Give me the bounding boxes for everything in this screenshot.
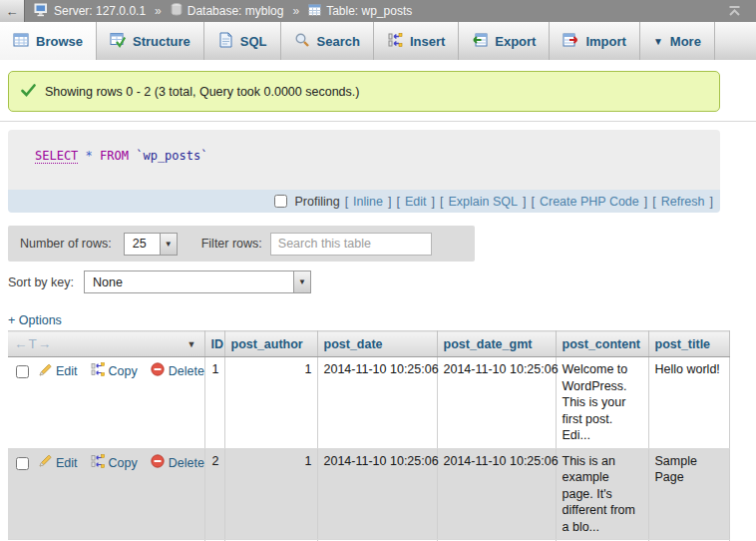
pencil-icon <box>39 363 52 381</box>
options-toggle-link[interactable]: + Options <box>8 313 62 327</box>
sql-keyword-from: FROM <box>100 149 129 163</box>
structure-icon <box>110 32 126 51</box>
sql-query-box: SELECT * FROM `wp_posts` Profiling [ Inl… <box>8 130 720 213</box>
table-header-row: ←T→ ▼ ID post_author post_date post_date… <box>8 331 729 357</box>
edit-row-link[interactable]: Edit <box>39 363 78 381</box>
tab-import[interactable]: Import <box>550 22 639 60</box>
table-row: Edit Copy Delete 1 1 2014-11-10 10:25:06… <box>8 357 729 449</box>
tab-label: Insert <box>410 34 445 49</box>
inline-link[interactable]: Inline <box>353 195 383 209</box>
cell-post-date-gmt: 2014-11-10 10:25:06 <box>437 448 556 540</box>
sort-row: Sort by key: None ▼ <box>8 270 311 293</box>
breadcrumb-separator: » <box>292 4 299 18</box>
tab-label: Structure <box>133 34 190 49</box>
delete-row-link[interactable]: Delete <box>151 454 204 473</box>
tab-label: SQL <box>240 34 267 49</box>
actions-header: ←T→ ▼ <box>8 331 204 357</box>
rows-per-page-select[interactable]: 25 ▼ <box>124 233 178 256</box>
edit-row-link[interactable]: Edit <box>39 454 78 472</box>
copy-icon <box>91 454 105 473</box>
row-checkbox[interactable] <box>16 457 29 470</box>
sort-by-key-select[interactable]: None ▼ <box>84 270 311 293</box>
cell-post-content: This is an example page. It's different … <box>556 448 648 540</box>
filter-rows-label: Filter rows: <box>201 237 262 251</box>
filter-search-input[interactable] <box>270 233 432 256</box>
chevron-down-icon: ▼ <box>160 234 177 255</box>
profiling-checkbox[interactable] <box>274 195 287 208</box>
table-icon <box>308 4 321 19</box>
column-reorder-icon[interactable]: ←T→ <box>14 336 52 351</box>
column-header-post-date[interactable]: post_date <box>317 331 437 357</box>
chevron-down-icon: ▼ <box>293 271 310 292</box>
tab-label: Export <box>495 34 536 49</box>
database-icon <box>171 3 183 19</box>
tab-label: Search <box>317 34 360 49</box>
status-message: Showing rows 0 - 2 (3 total, Query took … <box>8 71 720 112</box>
copy-row-link[interactable]: Copy <box>91 362 138 381</box>
tab-sql[interactable]: SQL <box>204 22 281 60</box>
breadcrumb-table[interactable]: Table: wp_posts <box>326 4 412 18</box>
pencil-icon <box>39 454 52 472</box>
create-php-code-link[interactable]: Create PHP Code <box>540 195 639 209</box>
sort-descending-icon[interactable]: ▼ <box>188 339 196 349</box>
tab-export[interactable]: Export <box>459 22 550 60</box>
tab-label: Import <box>585 34 625 49</box>
rows-control-bar: Number of rows: 25 ▼ Filter rows: <box>8 226 475 262</box>
cell-post-title: Hello world! <box>648 357 729 449</box>
tab-structure[interactable]: Structure <box>97 22 204 60</box>
table-row: Edit Copy Delete 2 1 2014-11-10 10:25:06… <box>8 448 729 540</box>
tab-bar: Browse Structure SQL Search Insert <box>0 22 756 60</box>
results-table: ←T→ ▼ ID post_author post_date post_date… <box>8 330 730 541</box>
column-header-id[interactable]: ID <box>204 331 224 357</box>
search-icon <box>294 32 310 51</box>
cell-post-content: Welcome to WordPress. This is your first… <box>556 357 648 449</box>
edit-query-link[interactable]: Edit <box>405 195 427 209</box>
tab-search[interactable]: Search <box>281 22 374 60</box>
delete-row-link[interactable]: Delete <box>151 362 204 381</box>
tab-label: Browse <box>36 34 83 49</box>
collapse-panel-icon[interactable] <box>727 5 742 17</box>
refresh-link[interactable]: Refresh <box>661 195 705 209</box>
row-actions: Edit Copy Delete <box>8 357 204 449</box>
rows-per-page-value: 25 <box>125 234 160 255</box>
tab-browse[interactable]: Browse <box>0 22 97 60</box>
explain-sql-link[interactable]: Explain SQL <box>448 195 517 209</box>
tab-label: More <box>670 34 701 49</box>
cell-post-date-gmt: 2014-11-10 10:25:06 <box>437 357 556 449</box>
copy-row-link[interactable]: Copy <box>91 454 138 473</box>
status-message-text: Showing rows 0 - 2 (3 total, Query took … <box>45 85 359 99</box>
row-checkbox[interactable] <box>16 365 29 378</box>
breadcrumb: Server: 127.0.0.1 » Database: myblog » T… <box>34 3 412 20</box>
sql-query[interactable]: SELECT * FROM `wp_posts` <box>8 130 720 190</box>
sql-icon <box>217 32 233 51</box>
breadcrumb-server[interactable]: Server: 127.0.0.1 <box>54 4 146 18</box>
column-header-post-date-gmt[interactable]: post_date_gmt <box>437 331 556 357</box>
back-button[interactable]: ← <box>0 0 25 22</box>
tab-more[interactable]: ▼ More <box>640 22 715 60</box>
sort-by-key-value: None <box>85 271 293 292</box>
cell-id: 2 <box>204 448 224 540</box>
row-actions: Edit Copy Delete <box>8 448 204 540</box>
sql-star: * <box>86 149 100 163</box>
column-header-post-content[interactable]: post_content <box>556 331 648 357</box>
copy-icon <box>91 362 105 381</box>
browse-icon <box>13 32 29 51</box>
delete-icon <box>151 454 165 473</box>
tab-insert[interactable]: Insert <box>374 22 459 60</box>
breadcrumb-database[interactable]: Database: myblog <box>188 4 284 18</box>
breadcrumb-separator: » <box>155 4 162 18</box>
sql-keyword-select[interactable]: SELECT <box>35 149 78 164</box>
profiling-label: Profiling <box>294 195 339 209</box>
delete-icon <box>151 362 165 381</box>
success-check-icon <box>21 84 36 100</box>
cell-post-title: Sample Page <box>648 448 729 540</box>
chevron-down-icon: ▼ <box>653 36 663 47</box>
sql-table-identifier: `wp_posts` <box>136 149 207 163</box>
column-header-post-title[interactable]: post_title <box>648 331 729 357</box>
cell-post-author: 1 <box>224 357 317 449</box>
phpmyadmin-window: ← Server: 127.0.0.1 » Database: myblog »… <box>0 0 756 541</box>
sort-by-key-label: Sort by key: <box>8 275 74 289</box>
sql-toolbar: Profiling [ Inline ] [ Edit ] [ Explain … <box>8 190 720 213</box>
cell-post-date: 2014-11-10 10:25:06 <box>317 357 437 449</box>
column-header-post-author[interactable]: post_author <box>224 331 317 357</box>
